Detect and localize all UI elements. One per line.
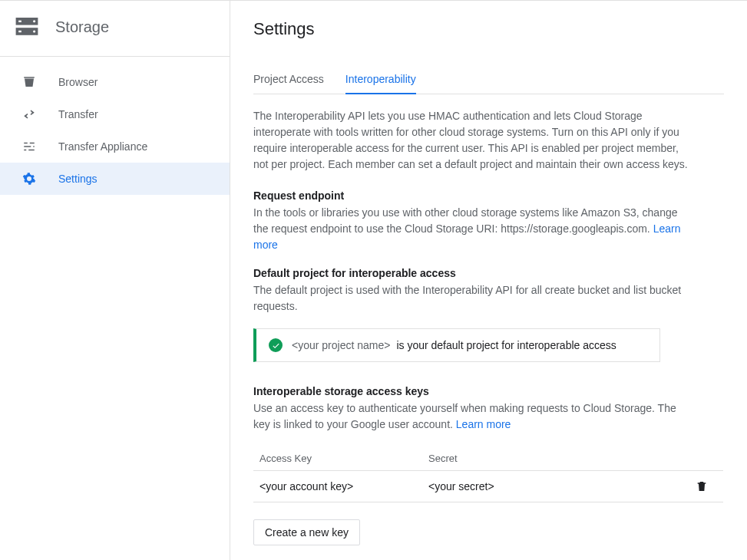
access-keys-text: Use an access key to authenticate yourse… [253, 400, 691, 433]
sliders-icon [21, 139, 37, 154]
intro-text: The Interoperability API lets you use HM… [253, 108, 691, 173]
svg-point-5 [33, 30, 35, 32]
access-keys-table: Access Key Secret <your account key> <yo… [253, 446, 723, 502]
default-project-title: Default project for interoperable access [253, 267, 724, 279]
request-endpoint-title: Request endpoint [253, 189, 724, 202]
page-title: Settings [253, 19, 724, 39]
section-request-endpoint: Request endpoint In the tools or librari… [253, 189, 724, 253]
sidebar-header: Storage [0, 1, 230, 57]
sidebar-item-settings[interactable]: Settings [0, 163, 230, 195]
sidebar-item-label: Browser [58, 76, 98, 88]
learn-more-link[interactable]: Learn more [456, 418, 511, 430]
tabs: Project Access Interoperability [253, 73, 724, 94]
sidebar-item-browser[interactable]: Browser [0, 66, 230, 98]
svg-rect-2 [18, 21, 21, 22]
request-endpoint-text: In the tools or libraries you use with o… [253, 205, 691, 253]
col-secret: Secret [428, 453, 696, 464]
transfer-icon [21, 107, 37, 122]
section-default-project: Default project for interoperable access… [253, 267, 724, 362]
sidebar-item-label: Settings [58, 173, 98, 185]
project-name-placeholder: <your project name> [292, 339, 390, 351]
svg-point-4 [33, 20, 35, 22]
cell-secret: <your secret> [428, 480, 696, 492]
default-project-message: is your default project for interoperabl… [396, 339, 616, 351]
main-content: Settings Project Access Interoperability… [230, 1, 747, 560]
check-circle-icon [269, 338, 283, 352]
default-project-callout: <your project name> is your default proj… [253, 328, 660, 362]
storage-icon [15, 18, 38, 36]
create-key-button[interactable]: Create a new key [253, 519, 360, 545]
sidebar-item-label: Transfer [58, 108, 98, 120]
sidebar-item-transfer[interactable]: Transfer [0, 98, 230, 130]
product-title: Storage [55, 18, 109, 36]
trash-icon[interactable] [696, 480, 717, 492]
table-header: Access Key Secret [253, 446, 723, 471]
default-project-text: The default project is used with the Int… [253, 282, 691, 315]
sidebar: Storage Browser Transfer Transfer Applia… [0, 1, 230, 560]
cell-access-key: <your account key> [259, 480, 428, 492]
sidebar-item-label: Transfer Appliance [58, 140, 147, 153]
section-access-keys: Interoperable storage access keys Use an… [253, 385, 724, 545]
tab-interoperability[interactable]: Interoperability [345, 73, 416, 94]
svg-rect-3 [18, 31, 21, 32]
sidebar-nav: Browser Transfer Transfer Appliance Sett… [0, 57, 230, 195]
tab-project-access[interactable]: Project Access [253, 73, 324, 94]
col-access-key: Access Key [259, 453, 428, 464]
access-keys-title: Interoperable storage access keys [253, 385, 724, 397]
table-row: <your account key> <your secret> [253, 471, 723, 502]
bucket-icon [21, 74, 37, 90]
sidebar-item-transfer-appliance[interactable]: Transfer Appliance [0, 130, 230, 163]
gear-icon [21, 171, 37, 186]
